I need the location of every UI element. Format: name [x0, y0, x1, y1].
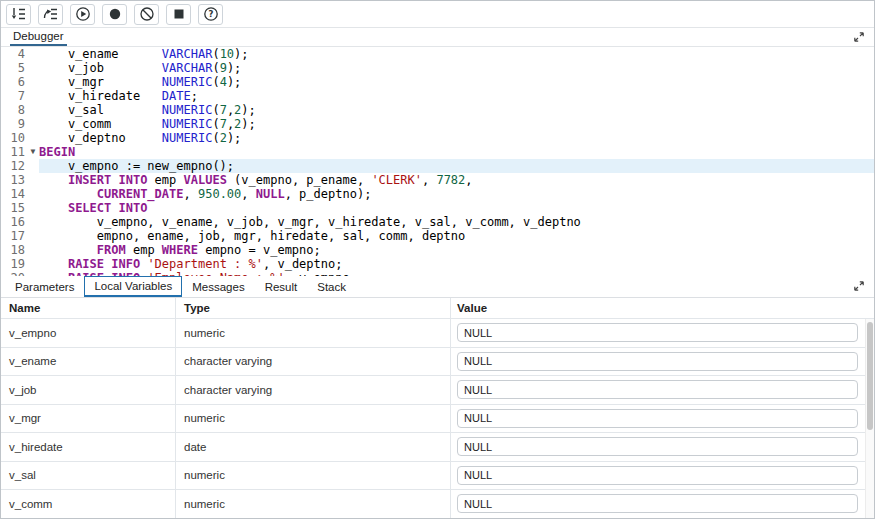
- clear-all-breakpoints-icon: [139, 6, 155, 22]
- fold-gutter: [27, 173, 39, 187]
- column-header-type[interactable]: Type: [176, 298, 451, 318]
- variable-value-input[interactable]: [457, 409, 858, 428]
- code-text: SELECT INTO: [39, 201, 874, 215]
- variable-value-cell: [451, 462, 874, 490]
- fold-gutter: [27, 61, 39, 75]
- code-text: CURRENT_DATE, 950.00, NULL, p_deptno);: [39, 187, 874, 201]
- toggle-breakpoint-button[interactable]: [102, 4, 127, 25]
- fold-gutter: [27, 201, 39, 215]
- code-line: 15 SELECT INTO: [1, 201, 874, 215]
- tab-stack[interactable]: Stack: [307, 276, 356, 297]
- continue-icon: [75, 6, 91, 22]
- code-line: 10 v_deptno NUMERIC(2);: [1, 131, 874, 145]
- step-into-button[interactable]: [6, 4, 31, 25]
- grid-scrollbar[interactable]: [865, 319, 874, 518]
- line-number[interactable]: 13: [1, 173, 27, 187]
- help-button[interactable]: ?: [198, 4, 223, 25]
- line-number[interactable]: 10: [1, 131, 27, 145]
- column-header-value[interactable]: Value: [451, 298, 874, 318]
- variable-value-input[interactable]: [457, 466, 858, 485]
- variable-value-cell: [451, 490, 874, 518]
- expand-panel-icon[interactable]: [853, 280, 865, 295]
- variable-value-input[interactable]: [457, 323, 858, 342]
- variable-name: v_sal: [1, 462, 176, 490]
- variable-value-input[interactable]: [457, 437, 858, 456]
- bottom-tabs: ParametersLocal VariablesMessagesResultS…: [5, 276, 356, 297]
- tab-messages[interactable]: Messages: [182, 276, 254, 297]
- variable-value-cell: [451, 376, 874, 404]
- variable-name: v_job: [1, 376, 176, 404]
- line-number[interactable]: 5: [1, 61, 27, 75]
- debugger-toolbar: ?: [1, 1, 874, 28]
- code-text: empno, ename, job, mgr, hiredate, sal, c…: [39, 229, 874, 243]
- grid-header-row: Name Type Value: [1, 298, 874, 319]
- bottom-tab-bar: ParametersLocal VariablesMessagesResultS…: [1, 276, 874, 298]
- grid-scrollbar-thumb[interactable]: [867, 322, 873, 430]
- variable-value-cell: [451, 405, 874, 433]
- stop-button[interactable]: [166, 4, 191, 25]
- code-text: INSERT INTO emp VALUES (v_empno, p_ename…: [39, 173, 874, 187]
- line-number[interactable]: 7: [1, 89, 27, 103]
- variable-type: character varying: [176, 376, 451, 404]
- variable-name: v_empno: [1, 319, 176, 347]
- variable-type: numeric: [176, 490, 451, 518]
- variable-type: character varying: [176, 348, 451, 376]
- line-number[interactable]: 8: [1, 103, 27, 117]
- code-text: v_mgr NUMERIC(4);: [39, 75, 874, 89]
- toggle-breakpoint-icon: [107, 6, 123, 22]
- variable-name: v_mgr: [1, 405, 176, 433]
- variable-value-cell: [451, 348, 874, 376]
- svg-text:?: ?: [208, 9, 213, 19]
- line-number[interactable]: 9: [1, 117, 27, 131]
- fold-gutter: [27, 229, 39, 243]
- code-line: 11▼BEGIN: [1, 145, 874, 159]
- variable-name: v_hiredate: [1, 433, 176, 461]
- line-number[interactable]: 11: [1, 145, 27, 159]
- step-over-icon: [43, 6, 59, 22]
- line-number[interactable]: 19: [1, 257, 27, 271]
- code-text: FROM emp WHERE empno = v_empno;: [39, 243, 874, 257]
- pgadmin-debugger-window: ? Debugger 4 v_ename VARCHAR(10);5 v_job…: [0, 0, 875, 519]
- variable-value-input[interactable]: [457, 352, 858, 371]
- code-line: 13 INSERT INTO emp VALUES (v_empno, p_en…: [1, 173, 874, 187]
- stop-icon: [171, 6, 187, 22]
- fold-gutter: [27, 103, 39, 117]
- fold-marker-icon[interactable]: ▼: [27, 145, 39, 159]
- code-line: 19 RAISE INFO 'Department : %', v_deptno…: [1, 257, 874, 271]
- expand-editor-icon[interactable]: [853, 31, 865, 46]
- line-number[interactable]: 17: [1, 229, 27, 243]
- line-number[interactable]: 12: [1, 159, 27, 173]
- code-text: BEGIN: [39, 145, 874, 159]
- tab-debugger[interactable]: Debugger: [10, 29, 67, 46]
- step-over-button[interactable]: [38, 4, 63, 25]
- variable-value-input[interactable]: [457, 494, 858, 513]
- code-line: 8 v_sal NUMERIC(7,2);: [1, 103, 874, 117]
- variable-type: date: [176, 433, 451, 461]
- line-number[interactable]: 4: [1, 47, 27, 61]
- code-line: 9 v_comm NUMERIC(7,2);: [1, 117, 874, 131]
- code-text: v_comm NUMERIC(7,2);: [39, 117, 874, 131]
- fold-gutter: [27, 47, 39, 61]
- continue-button[interactable]: [70, 4, 95, 25]
- help-icon: ?: [203, 6, 219, 22]
- fold-gutter: [27, 75, 39, 89]
- line-number[interactable]: 18: [1, 243, 27, 257]
- code-line: 6 v_mgr NUMERIC(4);: [1, 75, 874, 89]
- line-number[interactable]: 6: [1, 75, 27, 89]
- clear-all-breakpoints-button[interactable]: [134, 4, 159, 25]
- line-number[interactable]: 16: [1, 215, 27, 229]
- code-line: 5 v_job VARCHAR(9);: [1, 61, 874, 75]
- variable-value-cell: [451, 433, 874, 461]
- fold-gutter: [27, 243, 39, 257]
- tab-local-variables[interactable]: Local Variables: [84, 276, 182, 297]
- line-number[interactable]: 14: [1, 187, 27, 201]
- tab-result[interactable]: Result: [255, 276, 308, 297]
- line-number[interactable]: 15: [1, 201, 27, 215]
- grid-body: v_empnonumericv_enamecharacter varyingv_…: [1, 319, 874, 518]
- fold-gutter: [27, 257, 39, 271]
- column-header-name[interactable]: Name: [1, 298, 176, 318]
- variable-value-input[interactable]: [457, 380, 858, 399]
- tab-parameters[interactable]: Parameters: [5, 276, 84, 297]
- code-editor[interactable]: 4 v_ename VARCHAR(10);5 v_job VARCHAR(9)…: [1, 47, 874, 276]
- fold-gutter: [27, 117, 39, 131]
